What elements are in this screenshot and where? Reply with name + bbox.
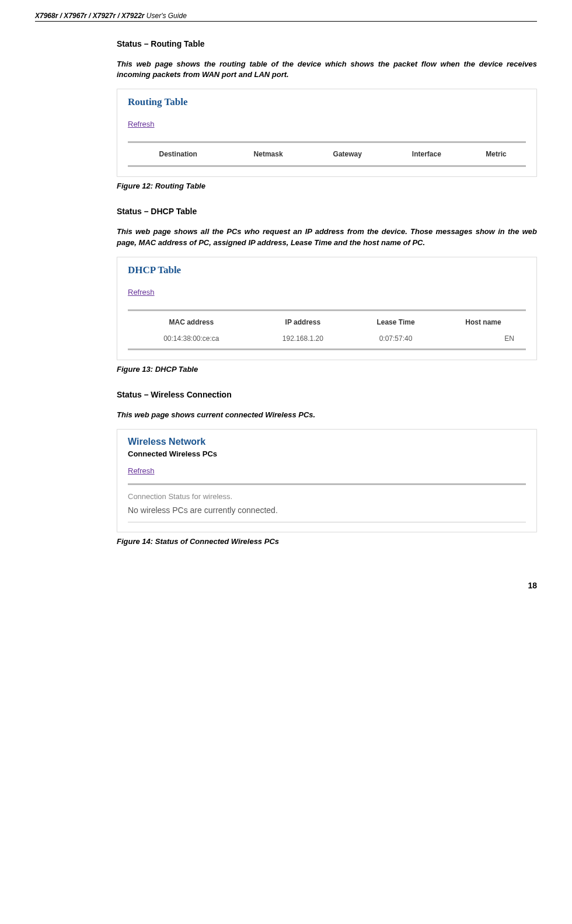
panel-title-dhcp: DHCP Table bbox=[128, 264, 526, 276]
section-title-routing: Status – Routing Table bbox=[117, 39, 537, 48]
section-title-dhcp: Status – DHCP Table bbox=[117, 207, 537, 216]
divider bbox=[128, 309, 526, 311]
section-desc-wireless: This web page shows current connected Wi… bbox=[117, 410, 537, 420]
cell-lease: 0:07:57:40 bbox=[351, 331, 441, 346]
figure-caption-12: Figure 12: Routing Table bbox=[117, 182, 537, 190]
section-desc-routing: This web page shows the routing table of… bbox=[117, 59, 537, 80]
cell-mac: 00:14:38:00:ce:ca bbox=[128, 331, 255, 346]
section-title-wireless: Status – Wireless Connection bbox=[117, 390, 537, 399]
panel-title-routing: Routing Table bbox=[128, 96, 526, 108]
dhcp-table: MAC address IP address Lease Time Host n… bbox=[128, 313, 526, 346]
screenshot-wireless: Wireless Network Connected Wireless PCs … bbox=[117, 429, 537, 532]
cell-host: EN bbox=[441, 331, 526, 346]
page-number: 18 bbox=[35, 581, 537, 590]
table-header-row: MAC address IP address Lease Time Host n… bbox=[128, 313, 526, 331]
col-ip: IP address bbox=[255, 313, 351, 331]
col-mac: MAC address bbox=[128, 313, 255, 331]
figure-caption-14: Figure 14: Status of Connected Wireless … bbox=[117, 537, 537, 546]
col-destination: Destination bbox=[128, 145, 228, 163]
refresh-link-wireless[interactable]: Refresh bbox=[128, 466, 155, 475]
divider bbox=[128, 348, 526, 350]
section-desc-dhcp: This web page shows all the PCs who requ… bbox=[117, 226, 537, 247]
panel-title-wireless: Wireless Network bbox=[128, 437, 526, 447]
routing-table: Destination Netmask Gateway Interface Me… bbox=[128, 145, 526, 163]
col-netmask: Netmask bbox=[228, 145, 308, 163]
header-suffix: User's Guide bbox=[144, 12, 186, 20]
refresh-link-dhcp[interactable]: Refresh bbox=[128, 288, 155, 297]
header-product: X7968r / X7967r / X7927r / X7922r bbox=[35, 12, 144, 20]
cell-ip: 192.168.1.20 bbox=[255, 331, 351, 346]
col-lease: Lease Time bbox=[351, 313, 441, 331]
refresh-link-routing[interactable]: Refresh bbox=[128, 120, 155, 128]
col-metric: Metric bbox=[466, 145, 526, 163]
table-header-row: Destination Netmask Gateway Interface Me… bbox=[128, 145, 526, 163]
figure-caption-13: Figure 13: DHCP Table bbox=[117, 365, 537, 374]
screenshot-dhcp-table: DHCP Table Refresh MAC address IP addres… bbox=[117, 257, 537, 360]
table-row: 00:14:38:00:ce:ca 192.168.1.20 0:07:57:4… bbox=[128, 331, 526, 346]
divider bbox=[128, 483, 526, 485]
connection-message: No wireless PCs are currently connected. bbox=[128, 505, 526, 515]
col-host: Host name bbox=[441, 313, 526, 331]
connection-status-label: Connection Status for wireless. bbox=[128, 492, 526, 501]
divider bbox=[128, 141, 526, 143]
col-interface: Interface bbox=[387, 145, 466, 163]
screenshot-routing-table: Routing Table Refresh Destination Netmas… bbox=[117, 89, 537, 177]
col-gateway: Gateway bbox=[308, 145, 387, 163]
panel-subtitle-wireless: Connected Wireless PCs bbox=[128, 449, 526, 458]
page-header: X7968r / X7967r / X7927r / X7922r User's… bbox=[35, 12, 537, 22]
divider bbox=[128, 522, 526, 522]
divider bbox=[128, 165, 526, 167]
